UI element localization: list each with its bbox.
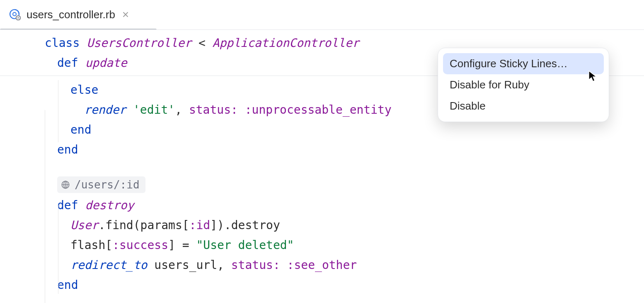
tab-filename: users_controller.rb <box>27 8 115 21</box>
menu-item-configure-sticky-lines[interactable]: Configure Sticky Lines… <box>443 53 604 74</box>
close-tab-button[interactable] <box>121 10 130 19</box>
file-tab[interactable]: users_controller.rb <box>0 0 139 30</box>
code-line[interactable]: end <box>45 275 644 295</box>
menu-item-disable-for-ruby[interactable]: Disable for Ruby <box>443 74 604 95</box>
route-path: /users/:id <box>75 175 140 195</box>
ruby-file-icon <box>9 9 21 20</box>
editor-tab-bar: users_controller.rb <box>0 0 644 30</box>
globe-icon <box>61 180 70 190</box>
route-inlay-hint[interactable]: /users/:id <box>57 176 145 193</box>
svg-point-3 <box>18 17 19 19</box>
indent-guide <box>58 205 58 294</box>
code-line[interactable]: def destroy <box>45 195 644 215</box>
indent-guide <box>58 80 58 142</box>
code-line[interactable]: end <box>45 140 644 160</box>
svg-point-1 <box>13 12 16 16</box>
sticky-lines-context-menu: Configure Sticky Lines… Disable for Ruby… <box>438 48 609 122</box>
indent-guide <box>45 110 45 303</box>
code-line[interactable]: redirect_to users_url, status: :see_othe… <box>45 255 644 275</box>
code-line[interactable]: end <box>45 120 644 140</box>
menu-item-disable[interactable]: Disable <box>443 95 604 117</box>
code-line[interactable]: User.find(params[:id]).destroy <box>45 215 644 235</box>
code-line[interactable]: flash[:success] = "User deleted" <box>45 235 644 255</box>
